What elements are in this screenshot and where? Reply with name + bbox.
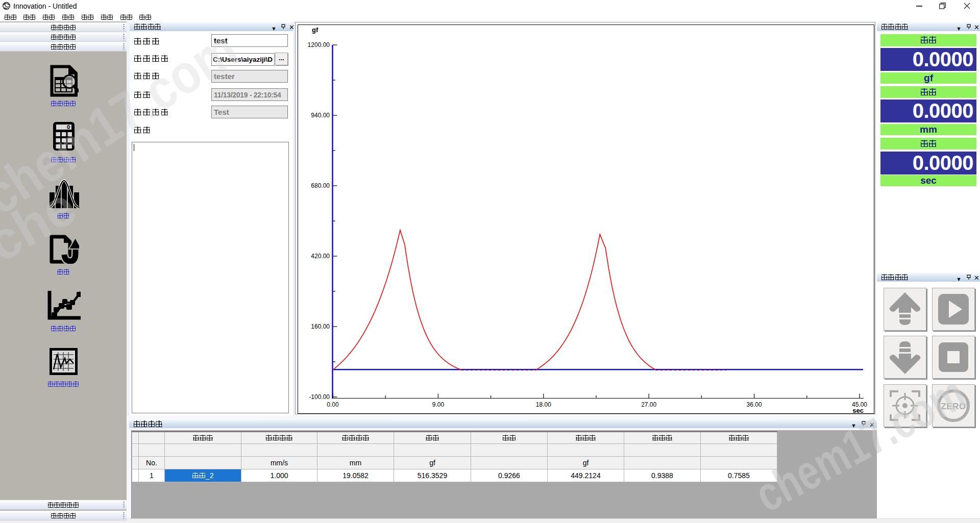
svg-text:gf: gf	[312, 26, 318, 34]
svg-text:-100.00: -100.00	[309, 393, 330, 401]
svg-text:0.00: 0.00	[327, 401, 339, 408]
svg-text:420.00: 420.00	[311, 253, 330, 260]
svg-text:1200.00: 1200.00	[308, 41, 330, 48]
svg-text:680.00: 680.00	[311, 182, 330, 189]
svg-text:18.00: 18.00	[536, 401, 551, 408]
svg-text:0: 0	[67, 124, 70, 130]
svg-text:9.00: 9.00	[432, 401, 445, 408]
svg-text:sec: sec	[852, 407, 864, 414]
svg-text:27.00: 27.00	[641, 401, 656, 408]
svg-text:ZERO: ZERO	[941, 402, 966, 411]
svg-text:160.00: 160.00	[311, 323, 330, 330]
svg-text:36.00: 36.00	[747, 401, 762, 408]
svg-text:940.00: 940.00	[311, 112, 330, 119]
